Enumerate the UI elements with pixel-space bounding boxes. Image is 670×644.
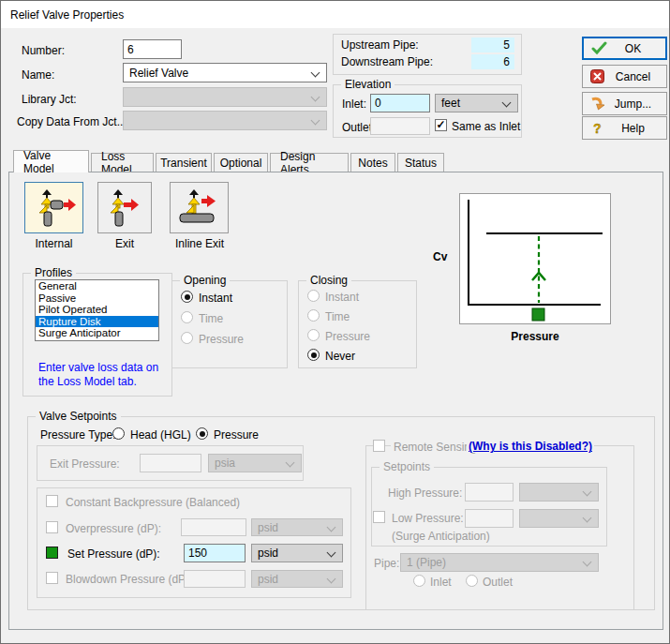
tab-notes[interactable]: Notes [350, 153, 395, 172]
cv-pressure-chart [459, 193, 611, 324]
downstream-pipe-value: 6 [471, 54, 514, 69]
opening-title: Opening [180, 274, 230, 287]
opening-instant-label: Instant [199, 292, 232, 305]
opening-time-radio [181, 311, 193, 323]
pipe-inlet-label: Inlet [430, 576, 452, 589]
overpressure-label: Overpressure (dP): [66, 522, 161, 535]
list-item-selected[interactable]: Rupture Disk [36, 316, 158, 328]
elevation-unit-combo[interactable]: feet [435, 94, 518, 112]
chevron-down-icon [311, 116, 320, 126]
high-pressure-input [465, 483, 514, 502]
chevron-down-icon [311, 93, 320, 102]
overpressure-input [181, 518, 246, 536]
set-pressure-unit-combo[interactable]: psid [251, 544, 343, 562]
pressure-type-pressure-label: Pressure [214, 428, 259, 442]
pipe-outlet-label: Outlet [483, 576, 513, 589]
low-pressure-input [465, 509, 514, 528]
profiles-listbox[interactable]: General Passive Pilot Operated Rupture D… [35, 279, 159, 341]
closing-pressure-radio [307, 329, 320, 341]
pressure-type-label: Pressure Type: [40, 428, 115, 442]
upstream-pipe-label: Upstream Pipe: [341, 38, 419, 52]
jump-button-label: Jump... [613, 97, 666, 111]
help-button-label: Help [613, 122, 666, 135]
constant-backpressure-checkbox [46, 495, 58, 507]
valve-type-internal-button[interactable] [24, 182, 83, 233]
low-pressure-checkbox [373, 511, 385, 523]
overpressure-unit-value: psid [258, 521, 278, 534]
chevron-down-icon [327, 522, 336, 532]
low-pressure-unit-combo [519, 509, 599, 528]
tab-valve-model[interactable]: Valve Model [13, 150, 89, 172]
elevation-unit-value: feet [441, 97, 460, 110]
tab-status[interactable]: Status [397, 153, 444, 172]
opening-time-label: Time [199, 312, 223, 325]
help-question-icon: ? [590, 121, 607, 136]
number-label: Number: [22, 44, 65, 57]
number-input[interactable] [123, 39, 182, 59]
radio-dot [185, 294, 190, 300]
name-combo[interactable]: Relief Valve [123, 63, 327, 82]
blowdown-pressure-input [184, 570, 246, 588]
head-hgl-label: Head (HGL) [130, 428, 191, 442]
closing-title: Closing [306, 274, 351, 287]
blowdown-unit-value: psid [258, 573, 278, 586]
closing-pressure-label: Pressure [325, 330, 370, 343]
exit-pressure-input [140, 454, 201, 472]
closing-never-label: Never [325, 350, 355, 363]
tab-transient[interactable]: Transient [156, 153, 212, 172]
closing-never-radio[interactable] [307, 349, 320, 361]
opening-instant-radio[interactable] [181, 291, 193, 303]
surge-anticipation-label: (Surge Anticipation) [392, 530, 490, 543]
setpoints-title: Setpoints [380, 460, 434, 473]
closing-instant-radio [307, 290, 320, 302]
svg-text:?: ? [593, 121, 602, 136]
pipe-combo-value: 1 (Pipe) [407, 556, 446, 569]
library-jct-label: Library Jct: [22, 93, 77, 106]
list-item[interactable]: Pilot Operated [36, 304, 158, 316]
closing-time-label: Time [325, 310, 350, 323]
inline-exit-type-label: Inline Exit [162, 237, 237, 250]
high-pressure-label: High Pressure: [388, 487, 462, 500]
title-bar: Relief Valve Properties [1, 1, 669, 28]
pressure-radio[interactable] [196, 427, 208, 440]
head-hgl-radio[interactable] [112, 427, 125, 440]
chevron-down-icon [327, 548, 336, 558]
help-button[interactable]: ? Help [582, 116, 667, 140]
upstream-pipe-value: 5 [471, 37, 514, 52]
pipe-label: Pipe: [374, 557, 399, 570]
internal-valve-icon [33, 188, 76, 228]
list-item[interactable]: Surge Anticipator [36, 327, 158, 339]
library-jct-combo [123, 87, 327, 107]
window-title: Relief Valve Properties [10, 8, 124, 22]
internal-type-label: Internal [24, 237, 83, 250]
set-pressure-label: Set Pressure (dP): [67, 547, 160, 561]
list-item[interactable]: Passive [36, 292, 158, 305]
cancel-button[interactable]: Cancel [582, 65, 667, 88]
overpressure-checkbox [46, 521, 58, 533]
exit-type-label: Exit [97, 237, 152, 250]
exit-pressure-unit-value: psia [215, 457, 235, 470]
jump-button[interactable]: Jump... [582, 92, 667, 115]
list-item[interactable]: General [36, 280, 158, 292]
name-label: Name: [22, 68, 54, 82]
check-icon: ✓ [436, 120, 445, 130]
ok-button[interactable]: OK [582, 37, 667, 60]
inlet-elevation-input[interactable] [370, 94, 430, 112]
loss-data-note-line1: Enter valve loss data on [38, 361, 158, 374]
tab-design-alerts[interactable]: Design Alerts [270, 153, 349, 172]
remote-sensing-checkbox [373, 440, 385, 452]
same-as-inlet-checkbox[interactable]: ✓ [435, 119, 447, 131]
tab-loss-model[interactable]: Loss Model [91, 153, 154, 172]
tab-optional[interactable]: Optional [214, 153, 268, 172]
valve-type-exit-button[interactable] [97, 182, 152, 233]
set-pressure-input[interactable] [184, 544, 246, 562]
why-disabled-link[interactable]: (Why is this Disabled?) [467, 440, 594, 453]
cancel-x-icon [590, 69, 607, 83]
copy-data-combo [123, 111, 327, 130]
chevron-down-icon [311, 68, 320, 78]
name-combo-value: Relief Valve [129, 67, 188, 80]
same-as-inlet-label: Same as Inlet [452, 120, 520, 133]
chart-xlabel: Pressure [459, 330, 611, 343]
inline-exit-valve-icon [178, 188, 221, 228]
valve-type-inline-exit-button[interactable] [170, 182, 229, 233]
